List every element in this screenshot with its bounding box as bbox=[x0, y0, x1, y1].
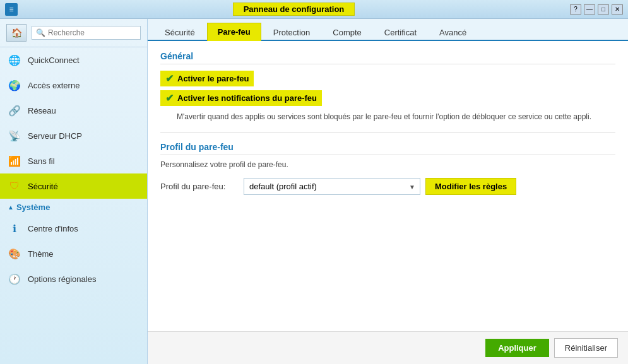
profile-row: Profil du pare-feu: default (profil acti… bbox=[160, 178, 615, 195]
sidebar-label-dhcp: Serveur DHCP bbox=[28, 131, 82, 141]
checkbox1-icon: ✔ bbox=[165, 73, 174, 85]
tab-avance[interactable]: Avancé bbox=[429, 23, 477, 41]
profile-section-title: Profil du pare-feu bbox=[160, 142, 615, 155]
search-box: 🔍 bbox=[32, 26, 141, 40]
info-icon: ℹ bbox=[8, 221, 21, 235]
general-section-title: Général bbox=[160, 51, 615, 64]
checkbox2-label[interactable]: Activer les notifications du pare-feu bbox=[177, 93, 317, 103]
network-icon: 🔗 bbox=[8, 103, 21, 117]
content-area: Sécurité Pare-feu Protection Compte Cert… bbox=[148, 19, 628, 364]
sidebar-label-wifi: Sans fil bbox=[28, 156, 55, 166]
checkbox-row-2: ✔ Activer les notifications du pare-feu bbox=[160, 90, 615, 106]
regional-icon: 🕐 bbox=[8, 272, 21, 286]
sidebar-label-theme: Thème bbox=[28, 249, 53, 259]
section-arrow-icon: ▲ bbox=[8, 204, 14, 211]
dhcp-icon: 📡 bbox=[8, 129, 21, 143]
tab-securite[interactable]: Sécurité bbox=[154, 23, 206, 41]
section-divider bbox=[160, 132, 615, 133]
sidebar-item-external[interactable]: 🌍 Accès externe bbox=[0, 73, 147, 98]
sidebar-item-quickconnect[interactable]: 🌐 QuickConnect bbox=[0, 47, 147, 73]
security-icon: 🛡 bbox=[8, 179, 21, 193]
sidebar-item-info[interactable]: ℹ Centre d'infos bbox=[0, 216, 147, 241]
tab-compte[interactable]: Compte bbox=[322, 23, 372, 41]
sidebar-label-security: Sécurité bbox=[28, 182, 58, 191]
main-layout: 🏠 🔍 🌐 QuickConnect 🌍 Accès externe 🔗 Rés… bbox=[0, 19, 628, 364]
sidebar-item-theme[interactable]: 🎨 Thème bbox=[0, 241, 147, 266]
sidebar-label-regional: Options régionales bbox=[28, 274, 96, 284]
close-btn[interactable]: ✕ bbox=[612, 4, 623, 15]
sidebar-item-wifi[interactable]: 📶 Sans fil bbox=[0, 148, 147, 173]
app-icon: ≡ bbox=[5, 3, 18, 16]
sidebar-header: 🏠 🔍 bbox=[0, 19, 147, 47]
modify-rules-button[interactable]: Modifier les règles bbox=[425, 178, 516, 195]
sidebar-label-quickconnect: QuickConnect bbox=[28, 56, 80, 65]
sidebar: 🏠 🔍 🌐 QuickConnect 🌍 Accès externe 🔗 Rés… bbox=[0, 19, 148, 364]
theme-icon: 🎨 bbox=[8, 247, 21, 261]
tab-pare-feu[interactable]: Pare-feu bbox=[207, 23, 261, 41]
search-icon: 🔍 bbox=[36, 28, 45, 37]
tab-protection[interactable]: Protection bbox=[263, 23, 321, 41]
content-body: Général ✔ Activer le pare-feu ✔ Activer … bbox=[148, 41, 628, 331]
window-title: Panneau de configuration bbox=[233, 3, 355, 16]
sidebar-item-network[interactable]: 🔗 Réseau bbox=[0, 98, 147, 123]
sidebar-item-dhcp[interactable]: 📡 Serveur DHCP bbox=[0, 123, 147, 148]
profile-select-wrap: default (profil actif) Modifier les règl… bbox=[244, 178, 516, 195]
checkbox1-label[interactable]: Activer le pare-feu bbox=[177, 74, 249, 83]
profile-select[interactable]: default (profil actif) bbox=[244, 178, 420, 195]
profile-label: Profil du pare-feu: bbox=[160, 182, 236, 191]
sidebar-label-network: Réseau bbox=[28, 106, 56, 115]
window-controls: ? — □ ✕ bbox=[570, 4, 623, 15]
checkbox-row-1: ✔ Activer le pare-feu bbox=[160, 71, 615, 86]
reset-button[interactable]: Réinitialiser bbox=[554, 338, 618, 358]
sidebar-item-regional[interactable]: 🕐 Options régionales bbox=[0, 266, 147, 291]
sidebar-label-info: Centre d'infos bbox=[28, 224, 78, 233]
titlebar: ≡ Panneau de configuration ? — □ ✕ bbox=[0, 0, 628, 19]
checkbox1-highlight: ✔ Activer le pare-feu bbox=[160, 71, 254, 86]
maximize-btn[interactable]: □ bbox=[598, 4, 609, 15]
select-wrapper: default (profil actif) bbox=[244, 178, 420, 195]
minimize-btn[interactable]: — bbox=[584, 4, 595, 15]
sidebar-section-label: Système bbox=[16, 203, 50, 212]
sidebar-section-system: ▲ Système bbox=[0, 199, 147, 216]
profile-description: Personnalisez votre profil de pare-feu. bbox=[160, 160, 615, 169]
quickconnect-icon: 🌐 bbox=[8, 53, 21, 67]
sidebar-item-security[interactable]: 🛡 Sécurité bbox=[0, 173, 147, 199]
help-btn[interactable]: ? bbox=[570, 4, 581, 15]
tab-certificat[interactable]: Certificat bbox=[374, 23, 427, 41]
wifi-icon: 📶 bbox=[8, 154, 21, 168]
home-button[interactable]: 🏠 bbox=[6, 24, 27, 42]
apply-button[interactable]: Appliquer bbox=[485, 339, 549, 357]
search-input[interactable] bbox=[48, 28, 136, 37]
checkbox2-icon: ✔ bbox=[165, 92, 174, 104]
external-icon: 🌍 bbox=[8, 78, 21, 92]
tab-bar: Sécurité Pare-feu Protection Compte Cert… bbox=[148, 19, 628, 41]
description-text: M'avertir quand des applis ou services s… bbox=[177, 111, 606, 122]
sidebar-label-external: Accès externe bbox=[28, 81, 80, 90]
bottom-bar: Appliquer Réinitialiser bbox=[148, 331, 628, 364]
checkbox2-highlight: ✔ Activer les notifications du pare-feu bbox=[160, 90, 322, 106]
